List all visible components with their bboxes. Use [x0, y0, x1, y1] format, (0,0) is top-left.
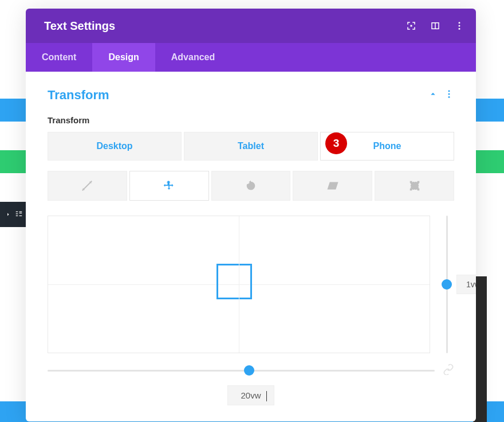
- transform-canvas-row: 1vw: [48, 216, 454, 353]
- horizontal-slider-value-text: 20vw: [241, 390, 261, 400]
- panel-titlebar: Text Settings: [26, 9, 476, 43]
- layers-icon: [15, 210, 23, 218]
- kebab-icon[interactable]: [454, 21, 464, 31]
- op-move[interactable]: [129, 171, 209, 201]
- transform-preview-box[interactable]: [216, 264, 252, 299]
- device-tab-tablet[interactable]: Tablet: [184, 132, 318, 161]
- link-values-icon[interactable]: [443, 364, 454, 377]
- transform-canvas[interactable]: [48, 216, 430, 353]
- op-origin[interactable]: [375, 171, 454, 201]
- device-tabs: Desktop Tablet Phone: [48, 132, 454, 161]
- horizontal-slider[interactable]: [48, 365, 435, 376]
- annotation-badge: 3: [325, 132, 347, 154]
- move-icon: [163, 179, 175, 192]
- svg-point-1: [459, 22, 460, 24]
- svg-point-4: [448, 90, 450, 92]
- svg-point-6: [448, 96, 450, 97]
- chevron-up-icon[interactable]: [428, 89, 438, 102]
- floating-tool-button[interactable]: [0, 202, 27, 227]
- section-kebab-icon[interactable]: [444, 89, 454, 102]
- svg-rect-11: [410, 181, 412, 183]
- titlebar-actions: [406, 21, 464, 31]
- svg-rect-10: [411, 182, 418, 190]
- panel-content: Transform Transform Desktop Tablet Phone: [26, 72, 476, 405]
- op-skew[interactable]: [293, 171, 372, 201]
- origin-icon: [408, 179, 421, 192]
- op-rotate[interactable]: [211, 171, 291, 201]
- focus-icon[interactable]: [406, 21, 416, 31]
- vertical-slider-handle[interactable]: [442, 279, 452, 290]
- vertical-slider-track: [446, 216, 448, 353]
- transform-label: Transform: [48, 115, 454, 125]
- rotate-icon: [245, 179, 257, 192]
- vertical-slider[interactable]: 1vw: [439, 216, 454, 353]
- transform-op-tabs: [48, 171, 454, 201]
- svg-rect-0: [411, 25, 412, 27]
- section-header: Transform: [48, 88, 454, 103]
- scale-icon: [81, 179, 93, 192]
- main-tabs: Content Design Advanced: [26, 43, 476, 72]
- tab-advanced[interactable]: Advanced: [155, 43, 231, 72]
- tab-design[interactable]: Design: [92, 43, 155, 72]
- vertical-slider-value[interactable]: 1vw: [456, 275, 476, 294]
- svg-rect-13: [410, 189, 412, 191]
- svg-rect-14: [417, 189, 419, 191]
- horizontal-slider-handle[interactable]: [244, 365, 254, 376]
- horizontal-value-row: 20vw: [48, 385, 454, 405]
- split-pane-icon[interactable]: [430, 21, 440, 31]
- svg-point-3: [459, 28, 460, 30]
- settings-panel: Text Settings Content Design Advanced Tr…: [26, 9, 476, 421]
- op-scale[interactable]: [48, 171, 127, 201]
- svg-rect-12: [417, 181, 419, 183]
- section-title[interactable]: Transform: [48, 88, 109, 103]
- panel-title: Text Settings: [44, 19, 115, 33]
- skew-icon: [326, 179, 339, 192]
- svg-point-2: [459, 25, 460, 27]
- horizontal-slider-value[interactable]: 20vw: [227, 385, 274, 405]
- horizontal-slider-row: [48, 364, 454, 377]
- tab-content[interactable]: Content: [26, 43, 92, 72]
- arrow-icon: [5, 211, 11, 218]
- device-tab-desktop[interactable]: Desktop: [48, 132, 182, 161]
- text-caret: [266, 391, 267, 401]
- horizontal-slider-track: [48, 370, 435, 372]
- svg-point-5: [448, 93, 450, 95]
